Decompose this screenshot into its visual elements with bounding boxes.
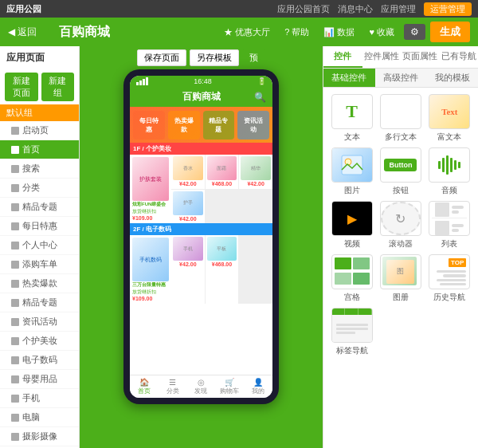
phone-section2-header: 2F / 电子数码 bbox=[130, 223, 272, 235]
widget-text[interactable]: T 文本 bbox=[330, 94, 374, 143]
sidebar-item-electronics[interactable]: 电子数码 bbox=[0, 351, 79, 370]
tab-widget-props[interactable]: 控件属性 bbox=[362, 46, 402, 68]
widget-grid[interactable]: 宫格 bbox=[330, 254, 374, 303]
product-6[interactable]: 平板 ¥468.00 bbox=[206, 235, 239, 304]
bookmark-btn[interactable]: ♥ 收藏 bbox=[364, 25, 399, 40]
widget-grid-label: 宫格 bbox=[344, 292, 360, 303]
widget-scroll[interactable]: ↻ 滚动器 bbox=[378, 201, 422, 250]
product-5[interactable]: 手机 ¥42.00 bbox=[171, 235, 205, 304]
page-icon bbox=[11, 222, 19, 230]
widget-album-label: 图册 bbox=[393, 292, 409, 303]
sidebar-item-launch[interactable]: 启动页 bbox=[0, 121, 79, 140]
sub-tab-my-templates[interactable]: 我的模板 bbox=[426, 69, 478, 87]
banner-item-hot[interactable]: 热卖爆款 bbox=[168, 111, 200, 140]
sidebar-item-camera[interactable]: 摄影摄像 bbox=[0, 427, 79, 446]
widget-video-icon: ▶ bbox=[331, 201, 373, 236]
sidebar-item-baby[interactable]: 母婴用品 bbox=[0, 370, 79, 389]
widget-multitext-icon bbox=[380, 94, 421, 129]
banner-item-premium[interactable]: 精品专题 bbox=[203, 111, 235, 140]
product-3[interactable]: 精华 ¥42.00 bbox=[239, 155, 272, 189]
header-actions: ★ 优惠大厅 ? 帮助 📊 数据 ♥ 收藏 ⚙ 生成 bbox=[219, 22, 470, 42]
sidebar-item-home[interactable]: 首页 bbox=[0, 140, 79, 159]
phone-tab-discover[interactable]: ◎ 发现 bbox=[187, 375, 216, 398]
generate-button[interactable]: 生成 bbox=[430, 22, 470, 42]
sidebar-item-category[interactable]: 分类 bbox=[0, 179, 79, 198]
page-icon bbox=[11, 433, 19, 441]
right-panel: 控件 控件属性 页面属性 已有导航 基础控件 高级控件 我的模板 T 文本 bbox=[323, 46, 478, 448]
save-template-button[interactable]: 另存模板 bbox=[190, 49, 239, 66]
help-btn[interactable]: ? 帮助 bbox=[280, 25, 314, 40]
sidebar-item-featured[interactable]: 精品专题 bbox=[0, 293, 79, 312]
page-icon bbox=[11, 395, 19, 403]
phone-section2-content: 手机数码 三万台限量特惠 放货继折扣 ¥109.00 手机 ¥42. bbox=[130, 235, 272, 304]
cart-icon: 🛒 bbox=[215, 378, 244, 387]
product-2[interactable]: 面霜 ¥468.00 bbox=[206, 155, 239, 189]
widget-album-icon: 图 bbox=[380, 254, 421, 289]
new-page-button[interactable]: 新建页面 bbox=[5, 73, 38, 101]
new-group-button[interactable]: 新建组 bbox=[41, 73, 75, 101]
data-btn[interactable]: 📊 数据 bbox=[319, 25, 359, 40]
page-icon bbox=[11, 127, 19, 135]
widget-button[interactable]: Button 按钮 bbox=[378, 147, 422, 196]
widget-tabnav-label: 标签导航 bbox=[336, 345, 368, 356]
sidebar-item-beauty[interactable]: 个护美妆 bbox=[0, 332, 79, 351]
tab-widget[interactable]: 控件 bbox=[323, 46, 362, 68]
sub-tab-basic[interactable]: 基础控件 bbox=[323, 69, 375, 87]
sidebar-item-profile[interactable]: 个人中心 bbox=[0, 236, 79, 255]
widget-album[interactable]: 图 图册 bbox=[378, 254, 422, 303]
product-4[interactable]: 护手 ¥42.00 bbox=[171, 190, 205, 224]
phone-tab-category[interactable]: ☰ 分类 bbox=[159, 375, 187, 398]
home-icon: 🏠 bbox=[130, 378, 159, 387]
widget-tabnav[interactable]: 标签导航 bbox=[330, 308, 374, 356]
widget-list-label: 列表 bbox=[441, 238, 457, 250]
sidebar-item-daily[interactable]: 每日特惠 bbox=[0, 217, 79, 236]
tab-nav[interactable]: 已有导航 bbox=[440, 46, 479, 68]
widget-multitext[interactable]: 多行文本 bbox=[378, 94, 422, 143]
promo-hall-btn[interactable]: ★ 优惠大厅 bbox=[219, 25, 275, 40]
top-nav-current-app[interactable]: 应用公园首页 bbox=[277, 3, 330, 15]
phone-section1-content: 护肤套装 炫彩FUN肆盛会 放货继折扣 ¥109.00 香水 ¥42 bbox=[130, 155, 272, 223]
phone-products-grid: 香水 ¥42.00 面霜 ¥468.00 bbox=[171, 155, 272, 223]
widget-richtext-label: 富文本 bbox=[437, 132, 461, 143]
sidebar-item-premium[interactable]: 精品专题 bbox=[0, 198, 79, 217]
widget-video-label: 视频 bbox=[344, 238, 360, 250]
top-nav-messages[interactable]: 消息中心 bbox=[338, 3, 373, 15]
sidebar-default-group[interactable]: 默认组 bbox=[0, 104, 79, 121]
promo2-price: ¥109.00 bbox=[132, 296, 169, 301]
widget-history[interactable]: TOP 历史导航 bbox=[428, 254, 472, 303]
widget-image-label: 图片 bbox=[344, 185, 360, 196]
top-nav-app-manage[interactable]: 应用管理 bbox=[381, 3, 416, 15]
phone-tab-home[interactable]: 🏠 首页 bbox=[130, 375, 159, 398]
back-button[interactable]: ◀ 返回 bbox=[8, 26, 37, 39]
phone-frame: 16:48 🔋 百购商城 🔍 每日特惠 热卖爆款 精品专题 资讯活动 bbox=[123, 69, 279, 404]
phone-promo2[interactable]: 手机数码 三万台限量特惠 放货继折扣 ¥109.00 bbox=[130, 235, 171, 304]
sidebar-item-phone[interactable]: 手机 bbox=[0, 389, 79, 408]
page-icon bbox=[11, 337, 19, 345]
sidebar-item-news[interactable]: 资讯活动 bbox=[0, 312, 79, 332]
phone-tab-mine[interactable]: 👤 我的 bbox=[244, 375, 272, 398]
preview-button[interactable]: 预 bbox=[242, 49, 265, 66]
sidebar-item-hot[interactable]: 热卖爆款 bbox=[0, 274, 79, 293]
tab-page-props[interactable]: 页面属性 bbox=[401, 46, 440, 68]
banner-item-news[interactable]: 资讯活动 bbox=[237, 111, 269, 140]
sidebar-item-cart[interactable]: 添购车单 bbox=[0, 255, 79, 274]
sidebar-item-computer[interactable]: 电脑 bbox=[0, 408, 79, 427]
banner-item-daily[interactable]: 每日特惠 bbox=[133, 111, 165, 140]
widget-list[interactable]: 列表 bbox=[428, 201, 472, 250]
sidebar-item-search[interactable]: 搜索 bbox=[0, 159, 79, 179]
page-icon bbox=[11, 280, 19, 288]
phone-search-icon[interactable]: 🔍 bbox=[254, 92, 266, 103]
phone-promo1[interactable]: 护肤套装 炫彩FUN肆盛会 放货继折扣 ¥109.00 bbox=[130, 155, 171, 223]
widget-video[interactable]: ▶ 视频 bbox=[330, 201, 374, 250]
battery-icon: 🔋 bbox=[257, 77, 266, 85]
sub-tab-advanced[interactable]: 高级控件 bbox=[375, 69, 427, 87]
widget-richtext[interactable]: Text 富文本 bbox=[428, 94, 472, 143]
widget-audio[interactable]: 音频 bbox=[428, 147, 472, 196]
settings-btn[interactable]: ⚙ bbox=[404, 24, 425, 40]
signal-icon bbox=[136, 77, 148, 85]
widget-image[interactable]: 图片 bbox=[330, 147, 374, 196]
phone-tab-cart[interactable]: 🛒 购物车 bbox=[215, 375, 244, 398]
product-1[interactable]: 香水 ¥42.00 bbox=[171, 155, 205, 189]
save-page-button[interactable]: 保存页面 bbox=[137, 49, 186, 66]
top-nav-ops-btn[interactable]: 运营管理 bbox=[424, 2, 472, 16]
